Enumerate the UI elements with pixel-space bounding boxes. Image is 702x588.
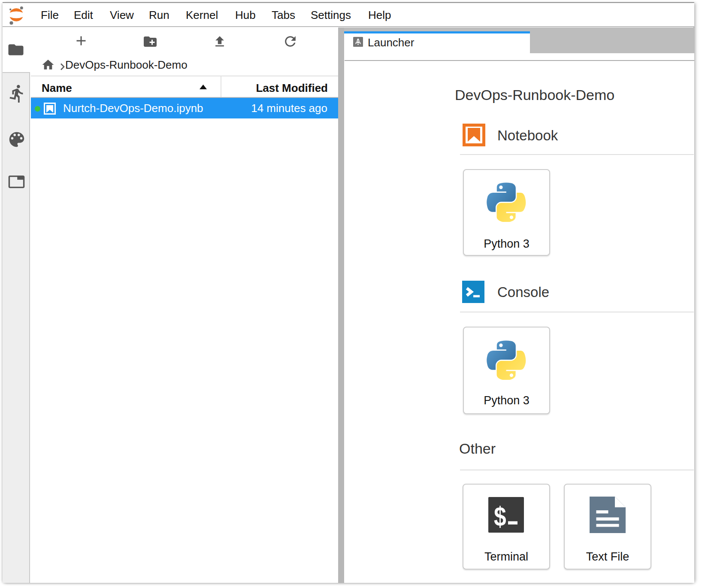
svg-text:$: $ — [494, 501, 506, 531]
